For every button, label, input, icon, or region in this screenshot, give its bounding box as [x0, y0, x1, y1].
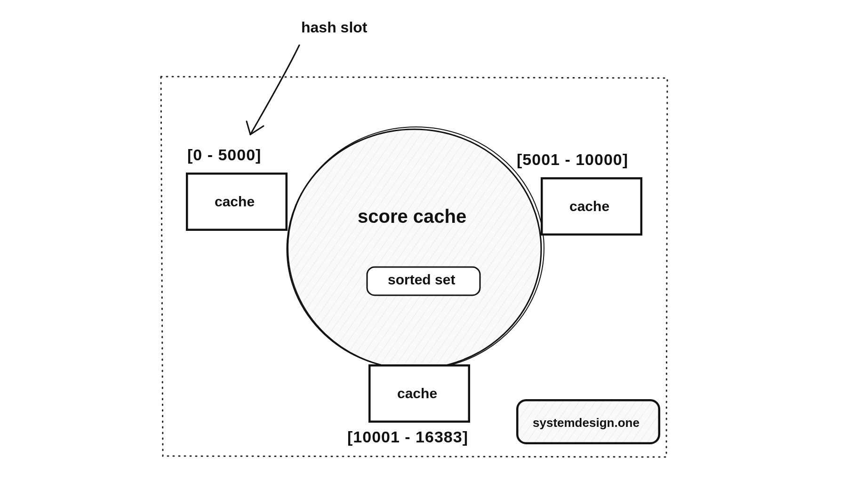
score-cache-circle — [287, 127, 544, 370]
watermark-label: systemdesign.one — [533, 416, 640, 430]
hash-slot-arrow — [247, 45, 299, 134]
diagram-stage: hash slot [0 - 5000] [5001 - 10000] [100… — [0, 0, 864, 504]
cache-label-bottom: cache — [397, 386, 437, 402]
sorted-set-label: sorted set — [388, 272, 455, 288]
cache-label-left: cache — [215, 194, 255, 210]
diagram-svg — [0, 0, 864, 504]
score-cache-title: score cache — [358, 206, 466, 227]
cache-label-right: cache — [569, 198, 609, 214]
